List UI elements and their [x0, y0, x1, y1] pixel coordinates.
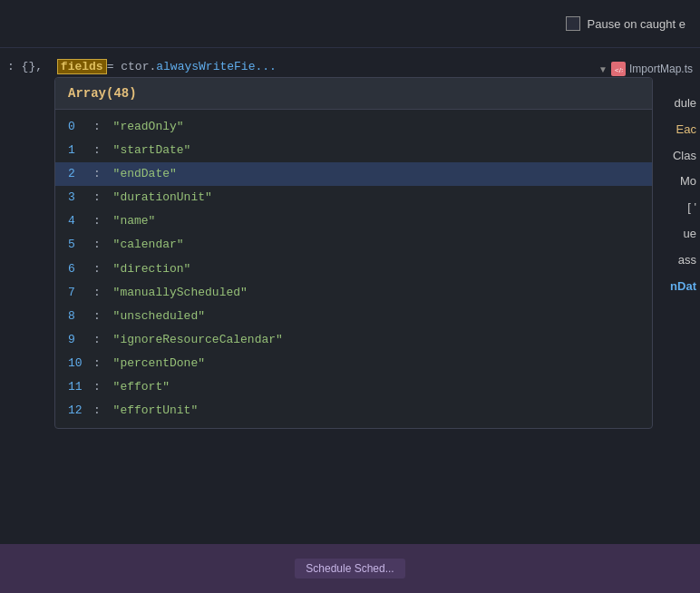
- pause-checkbox-area: Pause on caught e: [566, 16, 685, 31]
- right-label-6: ass: [650, 248, 700, 274]
- array-item[interactable]: 8 : "unscheduled": [55, 305, 652, 328]
- array-item[interactable]: 0 : "readOnly": [55, 115, 652, 139]
- item-index: 7: [68, 283, 93, 303]
- tooltip-popup: Array(48) 0 : "readOnly" 1 : "startDate"…: [54, 77, 653, 429]
- item-index: 8: [68, 306, 93, 326]
- item-value: "percentDone": [113, 354, 205, 374]
- item-value: "effortUnit": [113, 401, 199, 421]
- array-item[interactable]: 9 : "ignoreResourceCalendar": [55, 328, 652, 352]
- tooltip-body: 0 : "readOnly" 1 : "startDate" 2 : "endD…: [55, 110, 652, 428]
- item-colon: :: [93, 117, 108, 137]
- item-colon: :: [93, 141, 108, 160]
- file-icon: </>: [611, 62, 626, 76]
- array-item[interactable]: 4 : "name": [55, 209, 652, 233]
- item-index: 1: [68, 141, 93, 160]
- pause-on-caught-label: Pause on caught e: [588, 17, 685, 31]
- item-colon: :: [93, 259, 108, 279]
- item-value: "durationUnit": [113, 188, 212, 208]
- svg-text:</>: </>: [615, 66, 623, 73]
- item-value: "ignoreResourceCalendar": [113, 330, 283, 350]
- right-label-2: Clas: [650, 143, 700, 170]
- item-index: 4: [68, 211, 93, 231]
- item-index: 6: [68, 259, 93, 279]
- item-index: 0: [68, 117, 93, 137]
- item-colon: :: [93, 235, 108, 255]
- array-item[interactable]: 7 : "manuallyScheduled": [55, 281, 652, 305]
- right-label-0: dule: [650, 91, 700, 117]
- bottom-tab[interactable]: Schedule Sched...: [295, 559, 404, 578]
- item-index: 5: [68, 235, 93, 255]
- right-label-3: Mo: [650, 169, 700, 195]
- item-colon: :: [93, 306, 108, 326]
- item-index: 10: [68, 354, 93, 374]
- right-label-5: ue: [650, 221, 700, 248]
- array-item[interactable]: 11 : "effort": [55, 375, 652, 399]
- item-colon: :: [93, 377, 108, 397]
- item-value: "calendar": [113, 235, 184, 255]
- code-middle: = ctor.: [107, 60, 157, 73]
- import-map-filename: ImportMap.ts: [629, 63, 693, 75]
- code-prefix: : {},: [7, 60, 43, 73]
- array-item[interactable]: 5 : "calendar": [55, 233, 652, 257]
- right-labels: dule Eac Clas Mo [ ' ue ass nDat: [650, 91, 700, 299]
- item-value: "unscheduled": [113, 306, 205, 326]
- item-colon: :: [93, 330, 108, 350]
- code-suffix: alwaysWriteFie...: [156, 60, 277, 73]
- item-value: "direction": [113, 259, 191, 279]
- item-index: 11: [68, 377, 93, 397]
- array-item[interactable]: 3 : "durationUnit": [55, 186, 652, 209]
- array-item[interactable]: 10 : "percentDone": [55, 352, 652, 375]
- item-value: "endDate": [113, 164, 177, 184]
- pause-on-caught-checkbox[interactable]: [566, 16, 580, 31]
- top-bar: Pause on caught e: [0, 0, 700, 48]
- array-item[interactable]: 12 : "effortUnit": [55, 399, 652, 423]
- array-item[interactable]: 2 : "endDate": [55, 162, 652, 186]
- item-value: "readOnly": [113, 117, 184, 137]
- item-value: "startDate": [113, 141, 191, 160]
- right-label-4: [ ': [650, 195, 700, 221]
- tooltip-header-text: Array(48): [68, 86, 137, 101]
- item-index: 3: [68, 188, 93, 208]
- item-value: "manuallyScheduled": [113, 283, 248, 303]
- item-colon: :: [93, 211, 108, 231]
- item-colon: :: [93, 401, 108, 421]
- item-index: 9: [68, 330, 93, 350]
- array-item[interactable]: 6 : "direction": [55, 258, 652, 281]
- bottom-area: Schedule Sched...: [0, 544, 700, 593]
- code-fields-highlight: fields: [57, 59, 107, 74]
- item-colon: :: [93, 283, 108, 303]
- item-value: "effort": [113, 377, 170, 397]
- item-colon: :: [93, 164, 108, 184]
- item-value: "name": [113, 211, 156, 231]
- arrow-down-icon: ▼: [598, 64, 608, 74]
- right-label-7: nDat: [650, 274, 700, 300]
- item-index: 2: [68, 164, 93, 184]
- item-colon: :: [93, 188, 108, 208]
- right-label-1: Eac: [650, 117, 700, 143]
- item-colon: :: [93, 354, 108, 374]
- item-index: 12: [68, 401, 93, 421]
- array-item[interactable]: 1 : "startDate": [55, 139, 652, 162]
- tooltip-header: Array(48): [55, 78, 652, 110]
